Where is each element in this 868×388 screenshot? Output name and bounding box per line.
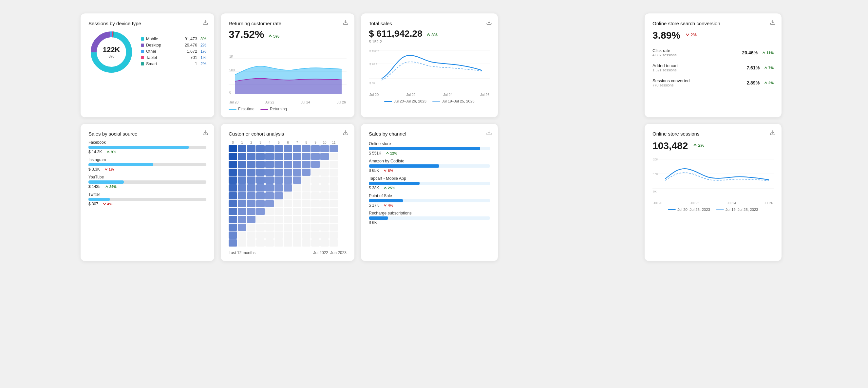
cohort-cell — [265, 161, 274, 168]
cohort-row — [229, 224, 346, 231]
cohort-cell — [238, 192, 246, 199]
cohort-cell — [238, 153, 246, 160]
cohort-cell — [275, 192, 283, 199]
cohort-header: 01234567891011 — [229, 141, 346, 144]
mobile-pct: 8% — [200, 37, 206, 41]
export-icon[interactable] — [770, 130, 776, 137]
donut-chart: 122K 8% — [88, 29, 134, 75]
cohort-cell — [229, 153, 237, 160]
cohort-cell — [330, 161, 338, 168]
cohort-cell — [302, 200, 311, 207]
cohort-cell — [247, 216, 255, 223]
export-icon[interactable] — [486, 130, 492, 137]
export-icon[interactable] — [343, 19, 348, 27]
online-sessions-value: 103,482 — [652, 140, 688, 151]
cohort-cell — [311, 208, 320, 215]
cohort-cell — [284, 192, 292, 199]
cohort-cell — [330, 169, 338, 176]
cohort-cell — [302, 161, 311, 168]
cohort-col-label: 1 — [238, 141, 246, 144]
export-icon[interactable] — [203, 19, 208, 27]
cohort-col-label: 9 — [311, 141, 320, 144]
cohort-cell — [247, 161, 255, 168]
cohort-cell — [320, 169, 329, 176]
cohort-cell — [229, 208, 237, 215]
export-icon[interactable] — [486, 19, 492, 27]
cohort-cell — [311, 231, 320, 239]
cohort-cell — [293, 169, 301, 176]
tablet-dot — [141, 56, 144, 59]
amazon-channel: Amazon by Codisto $ 65K 6% — [369, 159, 490, 173]
cohort-cell — [265, 208, 274, 215]
cohort-cell — [247, 169, 255, 176]
social-source-card: Sales by social source Facebook $ 14.3K … — [80, 124, 215, 261]
cohort-cell — [330, 208, 338, 215]
desktop-pct: 2% — [200, 43, 206, 47]
cohort-cell — [275, 239, 283, 247]
online-sessions-change: 2% — [693, 143, 704, 148]
cohort-row — [229, 208, 346, 215]
cohort-title: Customer cohort analysis — [229, 131, 284, 136]
cohort-cell — [311, 161, 320, 168]
cohort-cell — [330, 200, 338, 207]
cohort-cell — [229, 176, 237, 184]
cohort-cell — [238, 200, 246, 207]
cohort-cell — [275, 184, 283, 192]
returning-change: 5% — [268, 34, 279, 39]
cohort-row — [229, 161, 346, 168]
cohort-cell — [265, 224, 274, 231]
sessions-converted-row: Sessions converted 770 sessions 2.89% 2% — [652, 75, 774, 90]
cohort-cell — [293, 176, 301, 184]
returning-title: Returning customer rate — [229, 21, 281, 26]
export-icon[interactable] — [770, 19, 776, 27]
tapcart-channel: Tapcart - Mobile App $ 38K 25% — [369, 176, 490, 190]
svg-text:10K: 10K — [653, 172, 658, 176]
cohort-cell — [265, 153, 274, 160]
cohort-cell — [302, 208, 311, 215]
cohort-cell — [265, 239, 274, 247]
tablet-pct: 1% — [200, 55, 206, 60]
svg-text:$ 76.1: $ 76.1 — [370, 63, 377, 66]
cohort-cell — [320, 231, 329, 239]
cohort-cell — [256, 231, 265, 239]
cohort-cell — [330, 239, 338, 247]
cohort-cell — [284, 231, 292, 239]
cohort-cell — [265, 145, 274, 152]
cohort-col-label: 4 — [265, 141, 274, 144]
cohort-cell — [302, 231, 311, 239]
first-time-legend: First-time — [229, 107, 254, 111]
export-icon[interactable] — [203, 130, 208, 137]
export-icon[interactable] — [343, 130, 348, 137]
returning-x-axis: Jul 20 Jul 22 Jul 24 Jul 26 — [229, 100, 346, 104]
cohort-cell — [256, 224, 265, 231]
svg-text:20K: 20K — [653, 158, 658, 161]
cohort-row — [229, 176, 346, 184]
cohort-cell — [302, 145, 311, 152]
cohort-cell — [330, 145, 338, 152]
cohort-cell — [256, 161, 265, 168]
cohort-cell — [293, 231, 301, 239]
cohort-cell — [311, 216, 320, 223]
cohort-cell — [275, 224, 283, 231]
cohort-cell — [293, 153, 301, 160]
cohort-cell — [293, 200, 301, 207]
cohort-row — [229, 145, 346, 152]
cohort-cell — [293, 161, 301, 168]
added-to-cart-row: Added to cart 1,521 sessions 7.61% 7% — [652, 60, 774, 75]
channel-bars: Online store $ 551K 12% Amazon by Codist… — [369, 141, 490, 225]
cohort-cell — [320, 208, 329, 215]
desktop-value: 29,476 — [185, 43, 197, 47]
device-legend: Mobile 91,473 8% Desktop 29,476 2% Other… — [141, 37, 206, 68]
cohort-cell — [284, 145, 292, 152]
search-conv-value: 3.89% — [652, 30, 680, 41]
cohort-cell — [320, 192, 329, 199]
cohort-cell — [247, 192, 255, 199]
click-rate-row: Click rate 4,087 sessions 20.46% 11% — [652, 45, 774, 60]
mobile-label: Mobile — [146, 37, 183, 41]
channel-title: Sales by channel — [369, 131, 406, 136]
cohort-cell — [311, 184, 320, 192]
recharge-channel: Recharge subscriptions $ 6K — — [369, 211, 490, 225]
cohort-cell — [256, 176, 265, 184]
cohort-cell — [238, 176, 246, 184]
cohort-cell — [275, 161, 283, 168]
